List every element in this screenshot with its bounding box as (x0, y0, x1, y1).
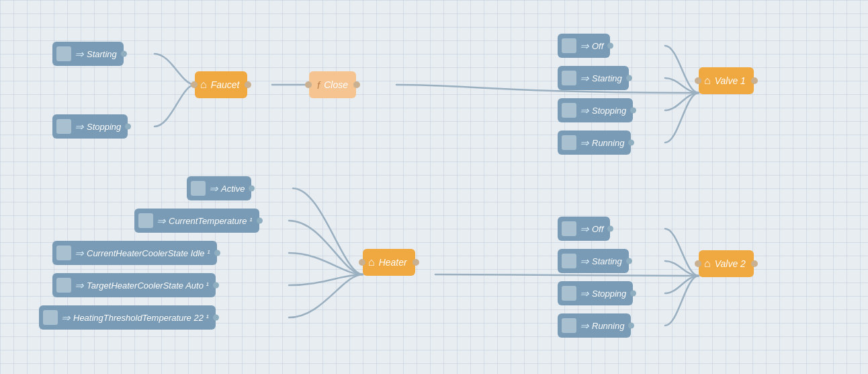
valve1-stopping-label: Stopping (592, 106, 626, 116)
output-dot (213, 283, 219, 289)
valve2-running-node[interactable]: ⇒ Running (558, 313, 631, 338)
output-dot (214, 250, 220, 256)
active-label: Active (221, 184, 245, 194)
valve1-running-node[interactable]: ⇒ Running (558, 130, 631, 155)
output-dot (257, 218, 263, 224)
valve1-off-node[interactable]: ⇒ Off (558, 34, 610, 58)
faucet-node[interactable]: ⌂ Faucet (195, 73, 247, 97)
output-dot (607, 226, 613, 232)
current-temp-label: CurrentTemperature ¹ (169, 216, 253, 226)
output-dot (245, 81, 251, 88)
active-node[interactable]: ⇒ Active (187, 176, 251, 200)
node-square (562, 318, 576, 333)
arrow-icon: ⇒ (61, 311, 70, 324)
input-dot (191, 81, 198, 88)
current-state-node[interactable]: ⇒ CurrentHeaterCoolerState Idle ¹ (52, 241, 217, 265)
node-square (562, 254, 576, 268)
valve2-starting-label: Starting (592, 256, 622, 266)
input-dot (695, 77, 701, 84)
output-dot (353, 81, 360, 88)
valve2-running-label: Running (592, 321, 624, 331)
valve2-stopping-node[interactable]: ⇒ Stopping (558, 281, 633, 305)
starting1-node[interactable]: ⇒ Starting (52, 42, 124, 66)
output-dot (121, 51, 127, 57)
node-square (191, 181, 206, 196)
output-dot (125, 124, 131, 130)
stopping1-node[interactable]: ⇒ Stopping (52, 114, 128, 139)
node-square (138, 213, 153, 228)
arrow-icon: ⇒ (75, 247, 83, 260)
arrow-icon: ⇒ (75, 120, 83, 133)
input-dot (695, 260, 701, 267)
node-square (56, 278, 71, 293)
output-dot (213, 315, 219, 321)
node-square (562, 71, 576, 85)
home-icon: ⌂ (704, 258, 711, 270)
stopping1-label: Stopping (87, 122, 121, 132)
func-icon: f (317, 79, 320, 91)
input-dot (305, 81, 312, 88)
arrow-icon: ⇒ (580, 72, 589, 85)
heater-node[interactable]: ⌂ Heater (363, 250, 415, 274)
target-state-node[interactable]: ⇒ TargetHeaterCoolerState Auto ¹ (52, 273, 216, 297)
valve2-off-node[interactable]: ⇒ Off (558, 217, 610, 241)
node-square (56, 119, 71, 134)
node-square (562, 135, 576, 150)
arrow-icon: ⇒ (580, 137, 589, 149)
valve2-starting-node[interactable]: ⇒ Starting (558, 249, 629, 273)
valve2-node[interactable]: ⌂ Valve 2 (699, 252, 754, 276)
node-square (56, 46, 71, 61)
output-dot (628, 140, 634, 146)
output-dot (751, 260, 758, 267)
current-temp-node[interactable]: ⇒ CurrentTemperature ¹ (134, 209, 259, 233)
valve2-label: Valve 2 (715, 258, 746, 269)
valve2-stopping-label: Stopping (592, 289, 626, 299)
output-dot (413, 259, 419, 266)
node-square (562, 221, 576, 236)
arrow-icon: ⇒ (580, 320, 589, 332)
output-dot (628, 323, 634, 329)
node-square (562, 286, 576, 301)
arrow-icon: ⇒ (580, 255, 589, 268)
node-square (56, 246, 71, 260)
arrow-icon: ⇒ (580, 40, 589, 52)
output-dot (607, 43, 613, 49)
arrow-icon: ⇒ (75, 279, 83, 292)
starting1-label: Starting (87, 49, 117, 59)
arrow-icon: ⇒ (75, 48, 83, 61)
output-dot (630, 291, 636, 297)
output-dot (751, 77, 758, 84)
valve1-starting-node[interactable]: ⇒ Starting (558, 66, 629, 90)
output-dot (630, 108, 636, 114)
home-icon: ⌂ (368, 256, 375, 268)
heater-label: Heater (379, 257, 407, 268)
arrow-icon: ⇒ (580, 287, 589, 300)
valve1-node[interactable]: ⌂ Valve 1 (699, 69, 754, 93)
close-node[interactable]: f Close (309, 73, 356, 97)
output-dot (249, 186, 255, 192)
node-square (562, 38, 576, 53)
output-dot (626, 75, 632, 81)
valve1-stopping-node[interactable]: ⇒ Stopping (558, 98, 633, 122)
input-dot (359, 259, 365, 266)
heating-threshold-node[interactable]: ⇒ HeatingThresholdTemperature 22 ¹ (39, 305, 216, 330)
close-label: Close (324, 79, 348, 90)
valve2-off-label: Off (592, 224, 603, 234)
arrow-icon: ⇒ (209, 182, 218, 195)
node-square (562, 103, 576, 118)
heating-threshold-label: HeatingThresholdTemperature 22 ¹ (73, 313, 209, 323)
valve1-label: Valve 1 (715, 75, 746, 86)
valve1-off-label: Off (592, 41, 603, 51)
valve1-starting-label: Starting (592, 73, 622, 83)
output-dot (626, 258, 632, 264)
faucet-label: Faucet (211, 79, 240, 90)
arrow-icon: ⇒ (580, 104, 589, 117)
arrow-icon: ⇒ (580, 223, 589, 235)
target-state-label: TargetHeaterCoolerState Auto ¹ (87, 280, 209, 291)
current-state-label: CurrentHeaterCoolerState Idle ¹ (87, 248, 210, 258)
arrow-icon: ⇒ (157, 215, 165, 227)
valve1-running-label: Running (592, 138, 624, 148)
home-icon: ⌂ (200, 79, 207, 91)
node-square (43, 310, 58, 325)
home-icon: ⌂ (704, 75, 711, 87)
